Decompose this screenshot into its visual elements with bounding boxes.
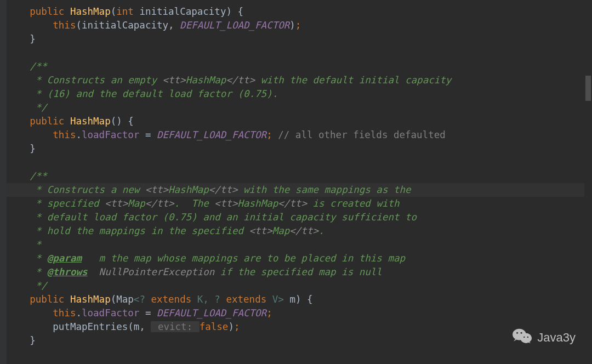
svg-point-4 — [516, 332, 518, 334]
svg-point-3 — [521, 333, 532, 343]
watermark-label: Java3y — [537, 331, 576, 344]
vertical-scrollbar[interactable] — [584, 0, 592, 364]
svg-point-6 — [523, 337, 525, 338]
scrollbar-thumb[interactable] — [585, 76, 591, 101]
editor-gutter — [0, 0, 7, 364]
svg-point-7 — [527, 337, 528, 338]
code-content[interactable]: public HashMap(int initialCapacity) { th… — [7, 5, 451, 348]
svg-point-5 — [521, 332, 522, 334]
code-editor[interactable]: public HashMap(int initialCapacity) { th… — [0, 0, 584, 364]
watermark: Java3y — [512, 327, 576, 348]
wechat-icon — [512, 327, 537, 348]
